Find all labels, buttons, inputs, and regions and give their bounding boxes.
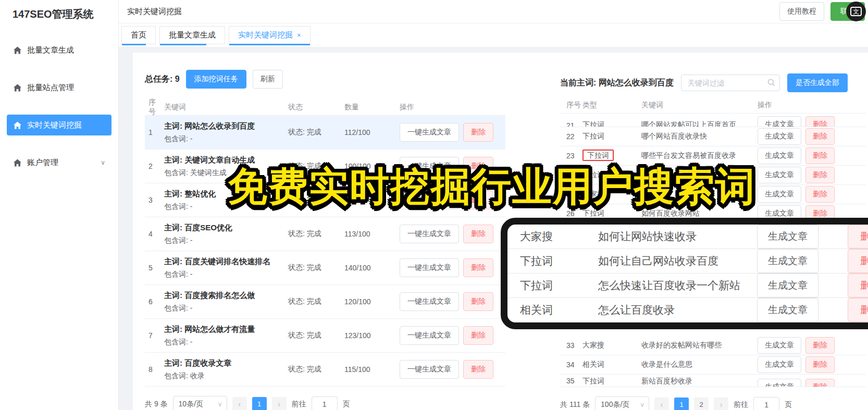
task-row-keyword: 主词: 百度关键词排名快速排名包含词: - — [164, 255, 288, 280]
sidebar-item-批量文章生成[interactable]: 批量文章生成 — [7, 40, 111, 60]
keyword-row: 35下拉词新站百度秒收录生成文章删除 — [560, 375, 866, 387]
delete-keyword-button[interactable]: 删除 — [805, 147, 835, 164]
task-row-no: 7 — [145, 331, 164, 340]
tasks-pagination: 共 9 条10条/页∨‹1›前往页 — [145, 396, 505, 410]
generate-article-button[interactable]: 生成文章 — [757, 298, 819, 322]
inset-row: 下拉词怎么快速让百度收录一个新站生成文章删除 — [507, 274, 868, 298]
page-button-1[interactable]: 1 — [252, 397, 267, 410]
delete-keyword-button[interactable]: 删除 — [805, 337, 835, 354]
current-main-word-label: 当前主词: 网站怎么收录到百度 — [560, 78, 674, 89]
next-page-button[interactable]: › — [714, 397, 728, 410]
one-click-generate-article-button[interactable]: 一键生成文章 — [400, 225, 459, 243]
tasks-table-body: 1主词: 网站怎么收录到百度包含词: -状态: 完成112/100一键生成文章删… — [145, 116, 505, 387]
task-row-ops: 一键生成文章删除 — [400, 360, 505, 379]
one-click-generate-article-button[interactable]: 一键生成文章 — [400, 326, 459, 345]
task-row[interactable]: 6主词: 百度搜索排名怎么做包含词: -状态: 完成120/100一键生成文章删… — [145, 285, 505, 319]
sidebar-item-账户管理[interactable]: 账户管理∨ — [7, 152, 111, 173]
task-row-no: 2 — [145, 162, 164, 170]
column-status: 状态 — [288, 103, 344, 112]
one-click-generate-article-button[interactable]: 一键生成文章 — [400, 258, 459, 277]
column-ops: 操作 — [400, 103, 505, 112]
task-row[interactable]: 1主词: 网站怎么收录到百度包含词: -状态: 完成112/100一键生成文章删… — [145, 116, 505, 150]
add-mining-task-button[interactable]: 添加挖词任务 — [186, 70, 246, 89]
goto-page-input[interactable] — [753, 397, 779, 410]
keywords-table-header: 序号 类型 关键词 操作 — [560, 97, 866, 114]
task-row-keyword: 主词: 百度搜索排名怎么做包含词: - — [164, 289, 288, 314]
home-icon — [13, 46, 22, 55]
delete-keyword-button[interactable]: 删除 — [805, 356, 835, 373]
page-size-select[interactable]: 10条/页∨ — [173, 396, 227, 410]
delete-task-button[interactable]: 删除 — [463, 258, 493, 277]
generate-article-button[interactable]: 生成文章 — [758, 116, 801, 127]
prev-page-button[interactable]: ‹ — [654, 397, 669, 410]
column-keyword: 关键词 — [641, 101, 758, 110]
prev-page-button[interactable]: ‹ — [232, 397, 247, 410]
generate-article-button[interactable]: 生成文章 — [758, 337, 801, 354]
keyword-row-type: 下拉词 — [582, 151, 641, 160]
chevron-down-icon: ∨ — [218, 401, 222, 408]
float-badge-glyph: 文 — [850, 7, 862, 16]
help-tutorial-button[interactable]: 使用教程 — [779, 2, 824, 21]
task-row-count: 115/100 — [344, 365, 400, 374]
delete-task-button[interactable]: 删除 — [463, 292, 493, 311]
page-button-1[interactable]: 1 — [674, 397, 689, 410]
keyword-row-no: 33 — [560, 341, 582, 350]
keyword-row-keyword: 收录好的发帖网站有哪些 — [641, 341, 758, 350]
page-button-2[interactable]: 2 — [694, 397, 709, 410]
tab-首页[interactable]: 首页 — [121, 26, 156, 44]
keyword-row-ops: 生成文章删除 — [758, 167, 866, 183]
delete-task-button[interactable]: 删除 — [463, 360, 493, 379]
task-row-count: 120/100 — [344, 297, 400, 306]
page-size-select[interactable]: 100条/页∨ — [595, 396, 649, 410]
generate-article-button[interactable]: 生成文章 — [757, 274, 819, 297]
task-row-ops: 一键生成文章删除 — [400, 292, 505, 311]
page-unit-label: 页 — [343, 400, 350, 409]
delete-task-button[interactable]: 删除 — [463, 326, 493, 345]
keyword-row-type: 下拉词 — [582, 132, 641, 141]
task-row[interactable]: 7主词: 网站怎么做才有流量包含词: -状态: 完成123/100一键生成文章删… — [145, 319, 505, 353]
delete-keyword-button[interactable]: 删除 — [848, 249, 868, 273]
keyword-row-no: 35 — [560, 377, 582, 385]
next-page-button[interactable]: › — [272, 397, 287, 410]
keyword-row-type: 相关词 — [582, 360, 641, 369]
floating-widget-icon[interactable]: 文 — [846, 2, 866, 21]
tab-实时关键词挖掘[interactable]: 实时关键词挖掘× — [229, 26, 311, 44]
generate-article-button[interactable]: 生成文章 — [758, 147, 801, 164]
task-row-keyword: 主词: 网站怎么做才有流量包含词: - — [164, 323, 288, 348]
delete-task-button[interactable]: 删除 — [463, 225, 493, 243]
task-row[interactable]: 5主词: 百度关键词排名快速排名包含词: -状态: 完成140/100一键生成文… — [145, 251, 505, 285]
one-click-generate-article-button[interactable]: 一键生成文章 — [400, 360, 459, 379]
delete-keyword-button[interactable]: 删除 — [848, 225, 868, 249]
keyword-row-ops: 生成文章删除 — [758, 337, 866, 354]
delete-task-button[interactable]: 删除 — [463, 123, 493, 142]
generate-article-button[interactable]: 生成文章 — [758, 379, 801, 387]
task-row[interactable]: 4主词: 百度SEO优化包含词: -状态: 完成113/100一键生成文章删除 — [145, 217, 505, 251]
keyword-filter-input[interactable] — [681, 74, 780, 91]
generate-article-button[interactable]: 生成文章 — [757, 225, 819, 249]
refresh-button[interactable]: 刷新 — [253, 70, 283, 89]
goto-page-input[interactable] — [312, 396, 338, 410]
delete-keyword-button[interactable]: 删除 — [805, 186, 835, 203]
keyword-row-ops: 生成文章删除 — [758, 147, 866, 164]
generate-article-button[interactable]: 生成文章 — [758, 167, 801, 183]
delete-keyword-button[interactable]: 删除 — [805, 167, 835, 183]
tab-批量文章生成[interactable]: 批量文章生成 — [159, 26, 225, 44]
delete-keyword-button[interactable]: 删除 — [805, 379, 835, 387]
delete-keyword-button[interactable]: 删除 — [848, 298, 868, 322]
task-main-word: 主词: 百度搜索排名怎么做 — [164, 289, 285, 301]
delete-keyword-button[interactable]: 删除 — [848, 274, 868, 297]
close-tab-icon[interactable]: × — [297, 31, 301, 39]
generate-all-button[interactable]: 是否生成全部 — [787, 73, 848, 92]
sidebar-item-label: 账户管理 — [27, 158, 58, 168]
delete-keyword-button[interactable]: 删除 — [805, 116, 835, 127]
generate-article-button[interactable]: 生成文章 — [757, 249, 819, 273]
generate-article-button[interactable]: 生成文章 — [758, 356, 801, 373]
generate-article-button[interactable]: 生成文章 — [758, 186, 801, 203]
sidebar-item-实时关键词挖掘[interactable]: 实时关键词挖掘 — [7, 115, 111, 135]
generate-article-button[interactable]: 生成文章 — [758, 128, 801, 145]
delete-keyword-button[interactable]: 删除 — [805, 128, 835, 145]
one-click-generate-article-button[interactable]: 一键生成文章 — [400, 292, 459, 311]
sidebar-item-批量站点管理[interactable]: 批量站点管理 — [7, 77, 111, 98]
task-row[interactable]: 8主词: 百度收录文章包含词: 收录状态: 完成115/100一键生成文章删除 — [145, 353, 505, 387]
one-click-generate-article-button[interactable]: 一键生成文章 — [400, 123, 459, 142]
